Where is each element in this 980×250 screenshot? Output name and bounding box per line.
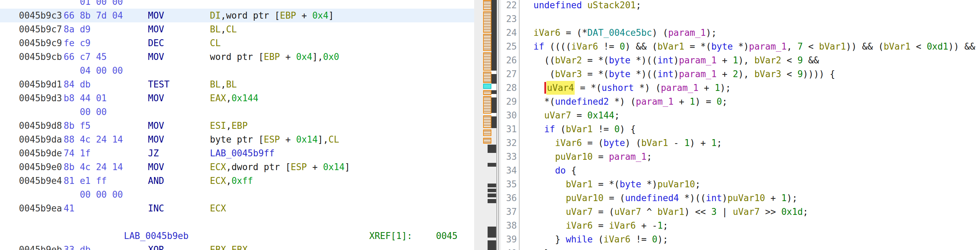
code-token[interactable]: EBP <box>232 121 248 131</box>
code-token[interactable]: *)(( <box>630 55 657 65</box>
bytes-cell[interactable]: 8a d9 <box>64 22 91 36</box>
code-token[interactable]: 1 <box>715 83 720 93</box>
code-token[interactable]: uVar7 <box>566 207 593 217</box>
code-token[interactable]: = ( <box>603 193 625 203</box>
code-token[interactable]: ( <box>593 234 603 245</box>
overview-mark-orange[interactable] <box>483 34 492 51</box>
code-token[interactable]: < <box>781 55 797 65</box>
operands-cell[interactable]: ECX,dword ptr [ESP + 0x14] <box>210 160 350 174</box>
code-token[interactable]: 2 <box>733 69 738 79</box>
listing-row[interactable]: 00 00 00 <box>0 188 474 201</box>
code-line[interactable]: if ((((iVar6 != 0) && (bVar1 = *(byte *)… <box>523 40 980 53</box>
code-token[interactable]: = *( <box>582 69 609 79</box>
overview-mark-dark[interactable] <box>488 163 496 167</box>
code-token[interactable]: int <box>657 55 673 65</box>
code-line[interactable]: uVar4 = *(ushort *) (param_1 + 1); <box>523 81 980 95</box>
code-token[interactable]: 0 <box>614 124 620 134</box>
code-token[interactable]: = *( <box>582 55 609 65</box>
code-token[interactable]: 1 <box>657 220 663 231</box>
code-token[interactable]: int <box>657 69 673 79</box>
code-token[interactable]: iVar6 <box>571 41 598 52</box>
code-token[interactable]: = (* <box>560 27 587 38</box>
code-token[interactable]: ESI <box>210 121 226 131</box>
operands-cell[interactable]: ECX,0xff <box>210 174 253 188</box>
listing-row[interactable]: 0045b9da88 4c 24 14MOVbyte ptr [ESP + 0x… <box>0 132 474 146</box>
code-token[interactable]: dword ptr [ <box>232 162 291 172</box>
code-token[interactable]: 0xd1 <box>927 41 948 52</box>
code-token[interactable]: uVar7 <box>614 207 641 217</box>
code-token[interactable]: != <box>630 234 652 245</box>
code-token[interactable]: + <box>717 55 733 65</box>
mnemonic-cell[interactable]: MOV <box>148 50 164 64</box>
overview-mark-dark[interactable] <box>488 189 496 192</box>
code-token[interactable]: ; <box>647 151 652 162</box>
code-token[interactable]: = ( <box>582 138 603 148</box>
mnemonic-cell[interactable]: INC <box>148 201 164 215</box>
code-token[interactable]: 1 <box>781 193 787 203</box>
disassembly-listing-panel[interactable]: 01 00 000045b9c366 8b 7d 04MOVDI,word pt… <box>0 0 474 250</box>
bytes-continuation-cell[interactable]: 00 00 <box>80 105 107 119</box>
code-token[interactable]: + <box>296 10 312 21</box>
listing-row[interactable]: 0045b9c366 8b 7d 04MOVDI,word ptr [EBP +… <box>0 9 474 22</box>
code-token[interactable]: LAB_0045b9ff <box>210 148 275 158</box>
code-token[interactable]: != <box>593 124 614 134</box>
code-token[interactable]: EBX <box>210 245 226 250</box>
overview-mark-dark[interactable] <box>488 194 496 197</box>
code-token[interactable]: bVar1 <box>884 41 910 52</box>
code-token[interactable]: 9 <box>797 55 803 65</box>
code-token[interactable]: iVar6 <box>555 138 582 148</box>
address-cell[interactable]: 0045b9eb <box>19 243 62 250</box>
code-token[interactable]: undefined <box>533 0 582 10</box>
bytes-cell[interactable]: 8b f5 <box>64 119 91 132</box>
overview-mark-dark[interactable] <box>488 199 496 203</box>
code-token[interactable]: EBP <box>264 52 280 62</box>
code-token[interactable]: 1 <box>684 138 690 148</box>
code-token[interactable]: iVar6 <box>566 220 593 231</box>
address-cell[interactable]: 0045b9d1 <box>19 78 62 91</box>
code-token[interactable]: ( <box>549 69 555 79</box>
code-token[interactable]: ; <box>695 179 701 189</box>
decompiled-code-area[interactable]: undefined uStack201;iVar6 = (*DAT_004ce5… <box>523 0 980 250</box>
code-line[interactable]: } while (iVar6 != 0); <box>523 232 980 246</box>
listing-row[interactable]: 0045b9d88b f5MOVESI,EBP <box>0 119 474 132</box>
code-token[interactable]: ESP <box>291 162 307 172</box>
listing-row[interactable]: 00 00 <box>0 105 474 119</box>
code-token[interactable]: + <box>280 52 296 62</box>
code-token[interactable]: = <box>593 151 609 162</box>
operands-cell[interactable]: BL,CL <box>210 22 237 36</box>
code-token[interactable]: ] <box>328 10 334 21</box>
code-token[interactable]: ) ( <box>625 138 641 148</box>
code-token[interactable]: < <box>781 69 797 79</box>
code-token[interactable]: [ <box>275 10 280 21</box>
code-token[interactable]: )) && ( <box>846 41 884 52</box>
overview-mark-dark[interactable] <box>488 145 496 153</box>
address-cell[interactable]: 0045b9e0 <box>19 160 62 174</box>
listing-row[interactable]: 0045b9d3b8 44 01MOVEAX,0x144 <box>0 91 474 105</box>
code-token[interactable]: (((( <box>544 41 571 52</box>
highlighted-token[interactable]: uVar4 <box>546 81 575 95</box>
code-token[interactable]: 0x0 <box>323 52 339 62</box>
code-token[interactable]: *)(( <box>679 193 706 203</box>
mnemonic-cell[interactable]: MOV <box>148 132 164 146</box>
code-token[interactable]: ); <box>720 83 731 93</box>
code-token[interactable]: EBP <box>280 10 296 21</box>
bytes-cell[interactable]: 33 db <box>64 243 91 250</box>
code-token[interactable]: ; <box>614 110 620 121</box>
code-token[interactable]: < <box>803 41 819 52</box>
code-token[interactable]: int <box>706 193 722 203</box>
code-token[interactable]: ) { <box>620 124 636 134</box>
overview-mark-dark[interactable] <box>488 226 496 237</box>
code-line[interactable]: if (bVar1 != 0) { <box>523 122 980 136</box>
code-token[interactable]: = *( <box>575 83 601 93</box>
code-token[interactable]: ], <box>318 134 328 145</box>
code-token[interactable]: ( <box>555 124 566 134</box>
address-cell[interactable]: 0045b9e4 <box>19 174 62 188</box>
code-token[interactable]: *) <box>641 179 657 189</box>
code-token[interactable]: , <box>226 245 232 250</box>
code-token[interactable]: ) = <box>695 96 717 107</box>
listing-row[interactable]: 0045b9c9fe c9DECCL <box>0 36 474 50</box>
mnemonic-cell[interactable]: AND <box>148 174 164 188</box>
code-token[interactable]: { <box>566 165 576 176</box>
code-token[interactable]: ushort <box>601 83 634 93</box>
address-cell[interactable]: 0045b9c9 <box>19 36 62 50</box>
